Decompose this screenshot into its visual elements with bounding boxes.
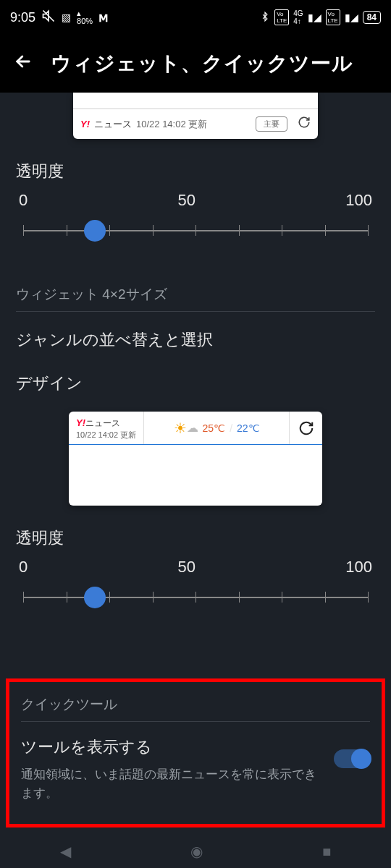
opacity-slider-1[interactable]: [16, 214, 375, 249]
quicktool-highlight-box: クイックツール ツールを表示する 通知領域に、いま話題の最新ニュースを常に表示で…: [6, 678, 385, 827]
quicktool-toggle[interactable]: [334, 749, 370, 768]
cloud-icon: ☁: [187, 421, 198, 435]
opacity-label-1: 透明度: [16, 161, 375, 182]
status-bar: 9:05 ▧ ▴80% ᴍ VoLTE 4G4↑ ▮◢ VoLTE ▮◢ 84: [0, 0, 391, 35]
slider-thumb-1[interactable]: [84, 220, 106, 242]
temp-low: 22℃: [237, 422, 260, 434]
widget-preview-2x1: Y!ニュース 10/22 14:02 更新 主要: [73, 93, 318, 139]
slider-tick-labels-1: 0 50 100: [16, 191, 375, 210]
reload-icon[interactable]: [298, 116, 311, 132]
sun-icon: ☀: [174, 420, 187, 437]
quicktool-description: 通知領域に、いま話題の最新ニュースを常に表示できます。: [21, 765, 324, 802]
toggle-knob: [351, 749, 371, 769]
back-button[interactable]: [13, 51, 33, 77]
nav-home-icon[interactable]: ◉: [190, 843, 203, 860]
title-bar: ウィジェット、クイックツール: [0, 35, 391, 93]
percent-icon: ▴80%: [77, 9, 93, 25]
yahoo-logo-sub-2: ニュース: [85, 418, 120, 428]
temp-sep: /: [230, 422, 232, 434]
reload-icon-2[interactable]: [289, 412, 322, 444]
widget-timestamp: 10/22 14:02 更新: [136, 118, 207, 131]
network-4g-icon: 4G4↑: [293, 9, 303, 25]
yahoo-logo-sub: ニュース: [94, 118, 132, 131]
major-tab-button[interactable]: 主要: [256, 116, 287, 132]
tick-50: 50: [178, 191, 196, 210]
page-title: ウィジェット、クイックツール: [51, 50, 353, 77]
nav-recent-icon[interactable]: ■: [322, 843, 331, 860]
mute-icon: [41, 9, 56, 27]
slider-tick-labels-2: 0 50 100: [16, 558, 375, 576]
widget-preview-4x2: Y!ニュース 10/22 14:02 更新 ☀☁ 25℃/22℃: [69, 412, 322, 506]
tick-50-b: 50: [178, 558, 196, 576]
status-time: 9:05: [10, 10, 35, 25]
opacity-slider-2[interactable]: [16, 581, 375, 616]
section-heading-4x2: ウィジェット 4×2サイズ: [16, 285, 375, 312]
quicktool-title: ツールを表示する: [21, 736, 324, 758]
yahoo-logo-2: Y!: [76, 417, 85, 428]
signal-icon-2: ▮◢: [345, 12, 358, 23]
quicktool-heading: クイックツール: [21, 695, 370, 722]
volte-icon-2: VoLTE: [326, 9, 340, 25]
weather-display: ☀☁ 25℃/22℃: [144, 412, 289, 444]
tick-100-b: 100: [345, 558, 372, 576]
tick-100: 100: [345, 191, 372, 210]
app-icon: ▧: [62, 12, 71, 23]
signal-icon-1: ▮◢: [308, 12, 321, 23]
yahoo-logo: Y!: [80, 119, 90, 129]
tick-0-b: 0: [19, 558, 28, 576]
system-nav-bar: ◀ ◉ ■: [0, 835, 391, 868]
volte-icon-1: VoLTE: [274, 9, 289, 25]
widget-timestamp-2: 10/22 14:02 更新: [76, 430, 136, 441]
opacity-label-2: 透明度: [16, 527, 375, 549]
battery-indicator: 84: [363, 11, 381, 24]
tick-0: 0: [19, 191, 28, 210]
bluetooth-icon: [260, 10, 270, 25]
nav-back-icon[interactable]: ◀: [60, 843, 71, 860]
reorder-genres-item[interactable]: ジャンルの並べ替えと選択: [16, 312, 375, 368]
design-label: デザイン: [16, 373, 375, 394]
m-icon: ᴍ: [98, 9, 109, 25]
slider-thumb-2[interactable]: [84, 587, 106, 608]
temp-high: 25℃: [203, 422, 226, 434]
